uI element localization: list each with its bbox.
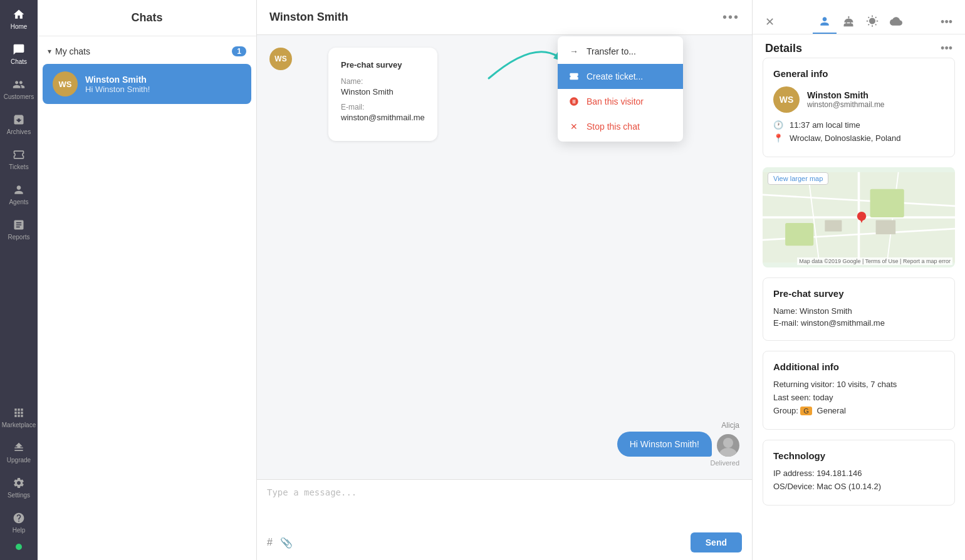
customers-icon [12, 78, 26, 91]
sidebar-item-upgrade[interactable]: Upgrade [2, 433, 36, 469]
os-label: OS/Device: [773, 482, 816, 491]
agent-message-bubble: Hi Winston Smith! [617, 432, 712, 457]
location: Wroclaw, Dolnoslaskie, Poland [790, 133, 901, 143]
ticket-icon [568, 71, 580, 81]
chevron-down-icon: ▾ [48, 47, 51, 56]
tab-cloud[interactable] [884, 10, 908, 34]
sidebar-item-help[interactable]: Help [2, 504, 36, 539]
dropdown-ban-label: Ban this visitor [587, 96, 644, 106]
status-indicator [16, 544, 22, 550]
home-icon [12, 8, 26, 21]
sidebar-label-upgrade: Upgrade [7, 457, 31, 464]
sidebar-item-tickets[interactable]: Tickets [0, 140, 38, 175]
attachment-icon[interactable]: 📎 [280, 537, 293, 549]
view-larger-map-button[interactable]: View larger map [768, 172, 828, 185]
marketplace-icon [12, 406, 26, 420]
sidebar-item-reports[interactable]: Reports [0, 210, 38, 246]
os-value: Mac OS (10.14.2) [816, 482, 881, 491]
svg-rect-13 [876, 220, 896, 235]
agent-name-label: Alicja [721, 421, 739, 430]
tickets-icon [12, 148, 26, 162]
sidebar-label-home: Home [11, 23, 28, 30]
dropdown-create-ticket[interactable]: Create ticket... [558, 64, 683, 89]
input-toolbar: # 📎 Send [267, 532, 742, 552]
arrow-annotation [482, 34, 564, 87]
hashtag-icon[interactable]: # [267, 537, 273, 549]
details-header: ✕ ••• [753, 0, 965, 34]
my-chats-header[interactable]: ▾ My chats 1 [38, 41, 256, 61]
ip-value: 194.181.146 [816, 469, 862, 478]
dropdown-stop[interactable]: ✕ Stop this chat [558, 114, 683, 139]
details-more-button[interactable]: ••• [941, 16, 952, 29]
details-prechat-section: Pre-chat survey Name: Winston Smith E-ma… [763, 277, 955, 341]
visitor-large-avatar: WS [773, 86, 800, 113]
additional-info-section: Additional info Returning visitor: 10 vi… [763, 351, 955, 430]
detail-email-value: winston@smithmail.me [801, 318, 885, 328]
svg-rect-12 [825, 220, 842, 232]
dropdown-transfer[interactable]: → Transfer to... [558, 39, 683, 64]
returning-value: 10 visits, 7 chats [837, 380, 897, 389]
visitor-bubble-avatar: WS [269, 48, 292, 70]
prechat-name-value: Winston Smith [341, 87, 425, 96]
agents-icon [12, 183, 26, 197]
chats-icon [12, 43, 26, 56]
tab-bot[interactable] [837, 10, 860, 34]
sidebar-label-chats: Chats [11, 58, 27, 65]
map-container: View larger map Map data ©2019 Google | … [763, 167, 955, 267]
returning-visitor-row: Returning visitor: 10 visits, 7 chats [773, 380, 944, 389]
input-icons: # 📎 [267, 537, 293, 549]
agent-message-row: Hi Winston Smith! [269, 432, 739, 457]
technology-section: Technology IP address: 194.181.146 OS/De… [763, 440, 955, 506]
location-row: 📍 Wroclaw, Dolnoslaskie, Poland [773, 133, 944, 143]
local-time-row: 🕐 11:37 am local time [773, 120, 944, 130]
arrow-right-icon: → [568, 46, 580, 56]
chat-info: Winston Smith Hi Winston Smith! [85, 75, 241, 94]
reports-icon [12, 218, 26, 232]
svg-rect-10 [870, 189, 904, 217]
sidebar-item-archives[interactable]: Archives [0, 105, 38, 140]
group-label: Group: [773, 406, 800, 415]
detail-email-label: E-mail: winston@smithmail.me [773, 318, 944, 328]
tab-weather[interactable] [860, 10, 884, 34]
sidebar-label-customers: Customers [4, 93, 34, 100]
chat-list-panel: Chats ▾ My chats 1 WS Winston Smith Hi W… [38, 0, 257, 560]
more-options-button[interactable]: ••• [722, 10, 739, 24]
ip-address-row: IP address: 194.181.146 [773, 469, 944, 478]
sidebar-item-customers[interactable]: Customers [0, 70, 38, 105]
detail-name-label: Name: Winston Smith [773, 306, 944, 316]
chat-header-title: Winston Smith [269, 11, 348, 24]
sidebar-label-reports: Reports [8, 234, 29, 241]
ip-label: IP address: [773, 469, 816, 478]
group-value: General [817, 406, 846, 415]
dropdown-transfer-label: Transfer to... [587, 46, 636, 56]
prechat-survey-title: Pre-chat survey [341, 60, 425, 70]
general-info-section: General info WS Winston Smith winston@sm… [763, 58, 955, 157]
sidebar-label-settings: Settings [8, 492, 30, 499]
chat-item-winston[interactable]: WS Winston Smith Hi Winston Smith! [43, 64, 251, 104]
sidebar-item-chats[interactable]: Chats [0, 35, 38, 70]
prechat-email-value: winston@smithmail.me [341, 113, 425, 122]
my-chats-label: My chats [55, 46, 232, 56]
sidebar-label-marketplace: Marketplace [2, 422, 36, 428]
help-icon [12, 511, 26, 525]
details-inline-more[interactable]: ••• [941, 42, 952, 55]
visitor-info-row: WS Winston Smith winston@smithmail.me [773, 86, 944, 113]
chat-header: Winston Smith ••• [257, 0, 752, 35]
additional-info-title: Additional info [773, 361, 944, 372]
prechat-email-label: E-mail: [341, 103, 425, 111]
details-close-button[interactable]: ✕ [765, 15, 775, 29]
svg-point-2 [719, 448, 737, 457]
details-tabs [813, 10, 908, 34]
last-seen-row: Last seen: today [773, 393, 944, 402]
sidebar-item-marketplace[interactable]: Marketplace [2, 398, 36, 433]
send-button[interactable]: Send [691, 532, 742, 552]
sidebar-item-home[interactable]: Home [0, 0, 38, 35]
message-input[interactable] [267, 487, 742, 525]
sidebar-item-settings[interactable]: Settings [2, 469, 36, 504]
dropdown-menu: → Transfer to... Create ticket... Ban th… [558, 36, 683, 142]
archives-icon [12, 113, 26, 127]
group-badge: G [800, 407, 812, 415]
sidebar-item-agents[interactable]: Agents [0, 175, 38, 210]
dropdown-ban[interactable]: Ban this visitor [558, 89, 683, 114]
tab-person[interactable] [813, 10, 837, 34]
